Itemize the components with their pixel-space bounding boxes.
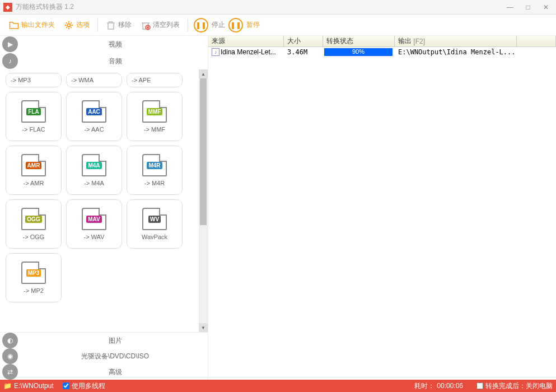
audio-file-icon: ♪: [212, 48, 219, 56]
output-folder-label: 输出文件夹: [21, 20, 55, 30]
stop-button[interactable]: ❚❚: [194, 18, 208, 32]
minimize-button[interactable]: ―: [503, 2, 517, 13]
options-label: 选项: [76, 20, 90, 30]
format-label: -> FLAC: [22, 126, 45, 133]
scrollbar[interactable]: ▲ ▼: [199, 69, 208, 332]
clear-list-label: 清空列表: [153, 20, 180, 30]
scroll-down-button[interactable]: ▼: [199, 323, 208, 332]
scroll-track[interactable]: [199, 78, 208, 323]
stop-icon: ❚❚: [195, 21, 207, 29]
tab-advanced[interactable]: 高级: [22, 367, 208, 377]
advanced-category-icon[interactable]: ⇄: [2, 364, 18, 380]
shutdown-checkbox[interactable]: [476, 382, 483, 389]
scroll-up-button[interactable]: ▲: [199, 69, 208, 78]
audio-category-icon[interactable]: ♪: [2, 53, 18, 69]
disc-category-icon[interactable]: ◉: [2, 348, 18, 364]
status-multithread[interactable]: 使用多线程: [63, 381, 105, 391]
format-card-wma[interactable]: -> WMA: [66, 73, 122, 87]
tab-video[interactable]: 视频: [22, 36, 208, 53]
format-badge: M4A: [82, 154, 106, 176]
separator: [188, 18, 188, 32]
format-badge-text: MMF: [147, 108, 163, 115]
video-category-icon[interactable]: ▶: [2, 36, 18, 52]
multithread-label: 使用多线程: [72, 381, 105, 391]
cell-output: E:\WNOutput\Idina Menzel-L...: [395, 48, 556, 56]
format-badge: MAV: [82, 208, 106, 230]
maximize-button[interactable]: □: [521, 2, 535, 13]
format-card-m4a[interactable]: M4A-> M4A: [66, 146, 122, 195]
elapsed-label: 耗时：: [414, 381, 434, 391]
tab-image[interactable]: 图片: [22, 336, 208, 346]
th-output[interactable]: 输出 [F2]: [395, 36, 517, 46]
trash-icon: [106, 20, 116, 30]
format-card-mp3[interactable]: -> MP3: [6, 73, 62, 87]
close-button[interactable]: ✕: [539, 2, 553, 13]
format-label: -> WAV: [84, 234, 105, 240]
tab-optical[interactable]: 光驱设备\DVD\CD\ISO: [22, 352, 208, 361]
cell-size: 3.46M: [284, 48, 323, 56]
stop-label: 停止: [212, 20, 225, 30]
svg-point-0: [67, 24, 70, 26]
format-badge-text: FLA: [26, 108, 40, 115]
table-row[interactable]: ♪ Idina Menzel-Let... 3.46M 90% E:\WNOut…: [208, 47, 556, 57]
output-folder-button[interactable]: 输出文件夹: [4, 18, 59, 32]
format-badge: FLA: [21, 100, 46, 123]
clear-icon: [141, 20, 151, 30]
image-category-icon[interactable]: ◐: [2, 333, 18, 348]
pause-button[interactable]: ❚❚: [228, 18, 243, 32]
pause-label: 暂停: [246, 20, 260, 30]
th-status[interactable]: 转换状态: [323, 36, 395, 46]
format-card-wv[interactable]: WVWavPack: [127, 199, 183, 249]
format-card-ape[interactable]: -> APE: [127, 73, 183, 87]
format-badge: AAC: [82, 100, 106, 123]
app-title: 万能格式转换器 1.2: [16, 2, 74, 12]
format-label: -> MP2: [24, 287, 44, 294]
format-label: -> AAC: [84, 126, 104, 133]
format-badge-text: AAC: [86, 108, 102, 115]
format-badge-text: WV: [148, 216, 161, 223]
format-card-amr[interactable]: AMR-> AMR: [6, 146, 62, 195]
format-badge: MMF: [142, 100, 167, 123]
options-button[interactable]: 选项: [59, 18, 94, 32]
format-label: -> MP3: [11, 77, 31, 83]
format-badge: OGG: [21, 208, 46, 230]
app-logo-icon: ◆: [3, 3, 12, 12]
remove-button[interactable]: 移除: [101, 18, 136, 32]
cell-source: ♪ Idina Menzel-Let...: [208, 48, 284, 56]
cell-source-text: Idina Menzel-Let...: [221, 48, 276, 56]
th-size[interactable]: 大小: [284, 36, 323, 46]
format-label: -> M4A: [84, 180, 104, 186]
toolbar: 输出文件夹 选项 移除 清空列表 ❚❚ 停止 ❚❚ 暂停: [0, 15, 556, 36]
format-badge-text: M4A: [86, 162, 101, 169]
format-badge: WV: [142, 208, 167, 230]
multithread-checkbox[interactable]: [63, 382, 69, 389]
gear-icon: [64, 20, 74, 30]
format-card-m4r[interactable]: M4R-> M4R: [127, 146, 183, 195]
format-badge-text: AMR: [26, 162, 42, 169]
pause-icon: ❚❚: [230, 21, 241, 29]
tab-audio[interactable]: 音频: [22, 53, 208, 69]
shutdown-label: 转换完成后：关闭电脑: [485, 381, 553, 391]
folder-small-icon: 📁: [3, 382, 12, 390]
format-card-ogg[interactable]: OGG-> OGG: [6, 199, 62, 249]
format-card-mp3[interactable]: MP3-> MP2: [6, 253, 62, 302]
clear-list-button[interactable]: 清空列表: [136, 18, 184, 32]
format-card-mav[interactable]: MAV-> WAV: [66, 199, 122, 249]
table-header: 来源 大小 转换状态 输出 [F2]: [208, 36, 556, 47]
format-card-mmf[interactable]: MMF-> MMF: [127, 92, 183, 141]
format-badge-text: OGG: [25, 216, 41, 223]
folder-icon: [9, 20, 19, 30]
format-badge: AMR: [21, 154, 46, 176]
format-label: -> AMR: [24, 180, 44, 186]
format-card-aac[interactable]: AAC-> AAC: [66, 92, 122, 141]
scroll-thumb[interactable]: [200, 78, 207, 225]
remove-label: 移除: [118, 20, 132, 30]
format-badge-text: M4R: [147, 162, 162, 169]
format-label: WavPack: [142, 234, 167, 240]
format-card-fla[interactable]: FLA-> FLAC: [6, 92, 62, 141]
separator: [97, 18, 98, 32]
status-output-path[interactable]: 📁 E:\WNOutput: [3, 382, 54, 390]
left-panel: ▶ 视频 ♪ 音频 -> MP3-> WMA-> APE FLA-> FLACA…: [0, 36, 208, 380]
th-source[interactable]: 来源: [208, 36, 284, 46]
th-extra[interactable]: [517, 36, 556, 46]
